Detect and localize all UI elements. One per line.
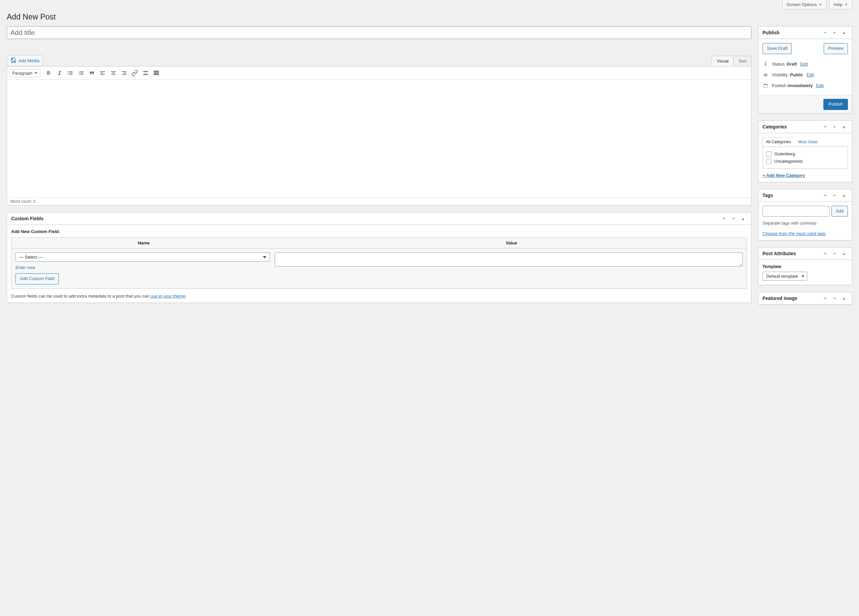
format-select[interactable]: Paragraph (9, 69, 41, 77)
number-list-button[interactable]: 123 (76, 68, 86, 78)
tags-input[interactable] (762, 206, 829, 217)
italic-button[interactable] (55, 68, 64, 78)
edit-status-link[interactable]: Edit (800, 61, 807, 67)
custom-fields-heading: Custom Fields (11, 213, 44, 225)
svg-rect-4 (69, 71, 72, 72)
svg-rect-27 (155, 72, 156, 73)
move-down-icon[interactable] (831, 294, 839, 302)
tab-text[interactable]: Text (733, 56, 751, 66)
cf-enter-new-link[interactable]: Enter new (16, 265, 35, 270)
template-label: Template (762, 264, 848, 269)
svg-rect-5 (69, 73, 72, 73)
toggle-icon[interactable]: ▲ (840, 191, 848, 199)
svg-rect-38 (766, 84, 767, 85)
category-label: Gutenberg (774, 151, 795, 156)
link-button[interactable] (130, 68, 140, 78)
svg-rect-33 (158, 73, 159, 74)
move-up-icon[interactable] (821, 123, 829, 131)
svg-rect-30 (154, 73, 155, 74)
toggle-icon[interactable]: ▲ (840, 294, 848, 302)
category-checkbox[interactable] (766, 151, 772, 157)
svg-point-3 (68, 74, 69, 75)
add-new-category-link[interactable]: + Add New Category (762, 173, 805, 178)
move-up-icon[interactable] (821, 28, 829, 37)
edit-visibility-link[interactable]: Edit (807, 72, 814, 77)
post-title-input[interactable] (7, 26, 751, 39)
visibility-icon (762, 72, 768, 78)
move-up-icon[interactable] (821, 294, 829, 302)
svg-rect-6 (69, 74, 72, 75)
tab-all-categories[interactable]: All Categories (762, 137, 795, 147)
move-down-icon[interactable] (831, 28, 839, 37)
add-media-label: Add Media (19, 58, 39, 63)
category-checkbox[interactable] (766, 159, 772, 164)
cf-theme-link[interactable]: use in your theme (151, 294, 185, 299)
preview-button[interactable]: Preview (824, 43, 848, 54)
tab-visual[interactable]: Visual (712, 56, 734, 66)
svg-rect-26 (154, 72, 155, 73)
svg-rect-24 (143, 74, 148, 75)
svg-rect-19 (122, 71, 126, 72)
media-icon (11, 57, 16, 64)
svg-rect-22 (143, 71, 148, 72)
svg-text:3: 3 (78, 73, 79, 75)
align-left-button[interactable] (97, 68, 108, 78)
svg-rect-21 (122, 74, 126, 75)
publish-button[interactable]: Publish (823, 99, 848, 110)
screen-options-label: Screen Options (787, 2, 817, 7)
align-right-button[interactable] (119, 68, 129, 78)
cf-col-name: Name (11, 238, 276, 248)
bold-button[interactable] (44, 68, 54, 78)
svg-rect-34 (154, 74, 159, 75)
svg-point-0 (11, 58, 13, 60)
save-draft-button[interactable]: Save Draft (762, 43, 792, 54)
move-down-icon[interactable] (831, 123, 839, 131)
cf-description: Custom fields can be used to add extra m… (11, 294, 747, 299)
cf-name-select[interactable]: — Select — (16, 253, 270, 262)
add-media-button[interactable]: Add Media (7, 55, 43, 66)
svg-rect-14 (100, 73, 103, 73)
move-up-icon[interactable] (821, 250, 829, 258)
toggle-icon[interactable]: ▲ (739, 214, 747, 223)
tags-heading: Tags (762, 189, 773, 202)
add-tag-button[interactable]: Add (831, 206, 848, 217)
svg-rect-25 (154, 70, 159, 72)
svg-rect-31 (155, 73, 156, 74)
edit-schedule-link[interactable]: Edit (816, 83, 823, 88)
help-button[interactable]: Help ▼ (829, 0, 852, 9)
readmore-button[interactable] (141, 68, 151, 78)
bullet-list-button[interactable] (65, 68, 75, 78)
align-center-button[interactable] (108, 68, 118, 78)
tab-most-used[interactable]: Most Used (795, 137, 821, 147)
svg-rect-12 (80, 74, 83, 75)
svg-point-2 (68, 73, 69, 73)
svg-rect-13 (100, 71, 105, 72)
move-down-icon[interactable] (831, 250, 839, 258)
move-up-icon[interactable] (720, 214, 728, 223)
quote-button[interactable] (87, 68, 97, 78)
toolbar-toggle-button[interactable] (151, 68, 161, 78)
schedule-label: Publish immediately (772, 83, 813, 88)
custom-fields-subheading: Add New Custom Field: (11, 229, 747, 234)
svg-rect-23 (143, 73, 148, 73)
cf-col-value: Value (276, 238, 747, 248)
toggle-icon[interactable]: ▲ (840, 250, 848, 258)
editor-content-area[interactable] (7, 80, 751, 197)
move-down-icon[interactable] (729, 214, 738, 223)
category-item[interactable]: Uncategorized (766, 158, 844, 165)
move-down-icon[interactable] (831, 191, 839, 199)
category-item[interactable]: Gutenberg (766, 150, 844, 158)
screen-options-button[interactable]: Screen Options ▼ (782, 0, 827, 9)
template-select[interactable]: Default template (762, 272, 807, 281)
svg-rect-29 (158, 72, 159, 73)
toggle-icon[interactable]: ▲ (840, 28, 848, 37)
svg-rect-20 (123, 73, 126, 73)
categories-heading: Categories (762, 121, 787, 133)
visibility-label: Visibility: Public (772, 72, 803, 77)
move-up-icon[interactable] (821, 191, 829, 199)
choose-tags-link[interactable]: Choose from the most used tags (762, 231, 826, 236)
help-label: Help (834, 2, 843, 7)
cf-value-textarea[interactable] (275, 253, 743, 267)
toggle-icon[interactable]: ▲ (840, 123, 848, 131)
add-custom-field-button[interactable]: Add Custom Field (16, 274, 59, 285)
